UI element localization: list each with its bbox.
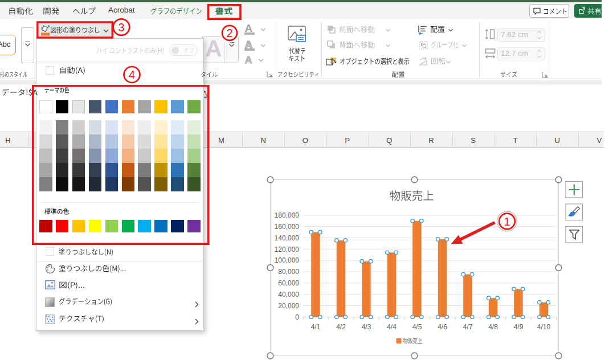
svg-text:4/7: 4/7: [463, 323, 473, 331]
svg-text:60,000: 60,000: [278, 279, 299, 287]
svg-text:80,000: 80,000: [278, 268, 299, 276]
svg-text:4/9: 4/9: [514, 323, 524, 331]
svg-text:20,000: 20,000: [278, 302, 299, 310]
svg-text:4/8: 4/8: [488, 323, 498, 331]
svg-text:0: 0: [295, 313, 299, 321]
svg-text:4/10: 4/10: [537, 323, 551, 331]
svg-text:140,000: 140,000: [275, 234, 300, 242]
svg-text:4/4: 4/4: [387, 323, 397, 331]
svg-text:40,000: 40,000: [278, 291, 299, 298]
svg-text:4/1: 4/1: [311, 323, 321, 331]
svg-text:120,000: 120,000: [275, 246, 300, 253]
svg-text:4/3: 4/3: [362, 323, 371, 331]
svg-text:4/6: 4/6: [438, 323, 447, 331]
svg-text:100,000: 100,000: [275, 256, 300, 264]
svg-text:4/2: 4/2: [336, 323, 346, 331]
svg-text:180,000: 180,000: [275, 211, 300, 219]
svg-text:4/5: 4/5: [412, 323, 422, 331]
svg-text:1: 1: [504, 215, 510, 228]
svg-text:160,000: 160,000: [275, 223, 300, 231]
